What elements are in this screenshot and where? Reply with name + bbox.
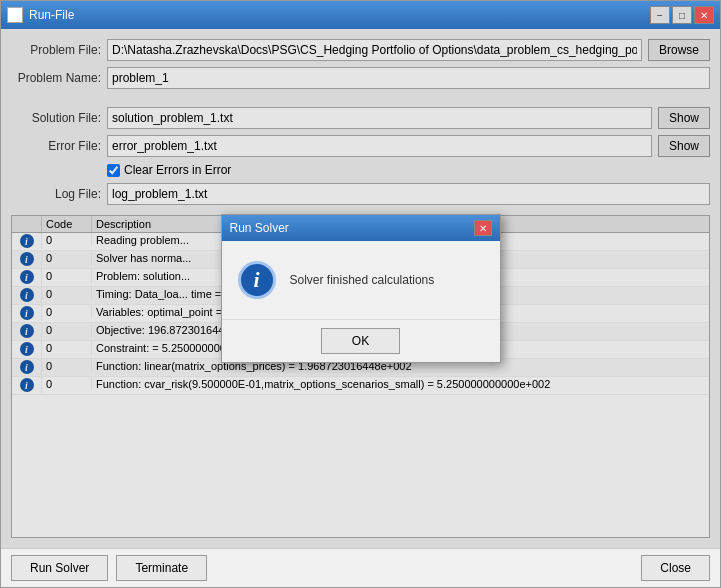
modal-title-controls: ✕	[474, 220, 492, 236]
modal-body: i Solver finished calculations	[222, 241, 500, 319]
modal-title-bar: Run Solver ✕	[222, 215, 500, 241]
title-bar: ▶ Run-File − □ ✕	[1, 1, 720, 29]
run-solver-button[interactable]: Run Solver	[11, 555, 108, 581]
main-content: Problem File: Browse Problem Name: Solut…	[1, 29, 720, 548]
minimize-button[interactable]: −	[650, 6, 670, 24]
modal-title: Run Solver	[230, 221, 289, 235]
main-window: ▶ Run-File − □ ✕ Problem File: Browse Pr…	[0, 0, 721, 588]
run-solver-dialog: Run Solver ✕ i Solver finished calculati…	[221, 214, 501, 363]
bottom-left-buttons: Run Solver Terminate	[11, 555, 207, 581]
terminate-button[interactable]: Terminate	[116, 555, 207, 581]
modal-close-button[interactable]: ✕	[474, 220, 492, 236]
maximize-button[interactable]: □	[672, 6, 692, 24]
modal-footer: OK	[222, 319, 500, 362]
window-close-button[interactable]: ✕	[694, 6, 714, 24]
title-bar-controls: − □ ✕	[650, 6, 714, 24]
window-title: Run-File	[29, 8, 74, 22]
modal-info-icon: i	[238, 261, 276, 299]
modal-overlay: Run Solver ✕ i Solver finished calculati…	[1, 29, 720, 548]
title-bar-left: ▶ Run-File	[7, 7, 74, 23]
close-button[interactable]: Close	[641, 555, 710, 581]
ok-button[interactable]: OK	[321, 328, 400, 354]
bottom-bar: Run Solver Terminate Close	[1, 548, 720, 587]
modal-message: Solver finished calculations	[290, 273, 435, 287]
window-icon: ▶	[7, 7, 23, 23]
